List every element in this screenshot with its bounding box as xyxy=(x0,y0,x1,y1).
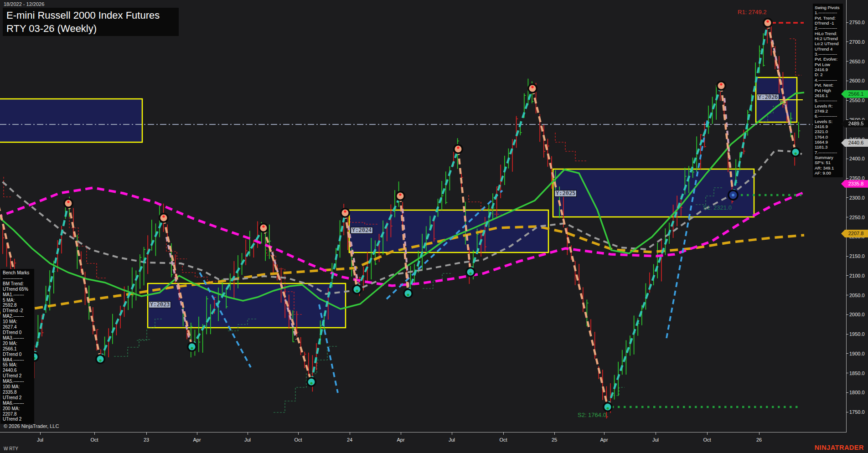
price-tick-label: 2650.0 xyxy=(849,59,865,64)
panel-line: Pvt High xyxy=(815,88,843,93)
price-tick xyxy=(846,314,848,315)
pivot-high-dot xyxy=(262,225,264,227)
time-tick xyxy=(656,432,656,435)
instrument-tag: W RTY xyxy=(4,446,18,451)
time-tick xyxy=(40,432,41,435)
bench-marks-lines: -------------BM Trend:UTrend 65%MA1.----… xyxy=(3,276,34,422)
price-tick-label: 1750.0 xyxy=(849,409,865,415)
bench-marks-panel: Bench Marks -------------BM Trend:UTrend… xyxy=(0,269,34,424)
red-trail-step xyxy=(4,177,12,197)
panel-line: 20 MA: xyxy=(3,341,34,346)
price-tick xyxy=(846,81,848,81)
bench-marks-title: Bench Marks xyxy=(3,270,34,276)
panel-line: AR: 349.1 xyxy=(815,165,843,170)
price-tick-label: 2550.0 xyxy=(849,98,865,103)
panel-line: 3.------------- xyxy=(815,51,843,57)
price-tick-label: 2150.0 xyxy=(849,253,865,259)
panel-line: SP's: 51 xyxy=(815,160,843,165)
chart-title-line1: E-mini Russell 2000 Index Futures xyxy=(6,9,175,22)
price-tick-label: 1850.0 xyxy=(849,371,865,376)
price-tick-label: 2000.0 xyxy=(849,312,865,317)
price-tick-label: 1800.0 xyxy=(849,390,865,395)
time-tick-label: Jul xyxy=(37,437,43,443)
year-box-label-2023[interactable]: Y:2023 xyxy=(149,301,171,308)
chart-window: 18/2022 - 12/2026 E-mini Russell 2000 In… xyxy=(0,0,868,453)
price-tick xyxy=(846,119,848,120)
panel-line: 4.------------- xyxy=(815,77,843,82)
panel-line: 1.------------- xyxy=(815,10,843,15)
panel-line: Hi:2 UTrend xyxy=(815,36,843,41)
pivot-low-dot xyxy=(794,152,796,154)
time-tick xyxy=(94,432,95,435)
time-axis-line xyxy=(0,432,847,432)
fib-f0-label: F0 xyxy=(780,101,785,106)
price-tick-label: 2400.0 xyxy=(849,156,865,161)
pivot-low-dot xyxy=(469,272,471,274)
panel-line: 200 MA: xyxy=(3,406,34,412)
panel-line: 2566.1 xyxy=(3,346,34,352)
price-tick xyxy=(846,353,848,354)
panel-line: HiLo Trend: xyxy=(815,31,843,36)
pivot-high-dot xyxy=(344,210,346,212)
price-tick xyxy=(846,412,848,412)
panel-line: 10 MA: xyxy=(3,319,34,324)
panel-line: Pvt. Trend: xyxy=(815,15,843,21)
panel-line: 2321.0 xyxy=(815,129,843,134)
pivot-high-dot xyxy=(67,201,69,203)
price-tick xyxy=(846,392,848,393)
pivot-low-dot xyxy=(310,382,312,384)
price-tick xyxy=(846,100,848,101)
time-tick xyxy=(452,432,452,435)
price-tick xyxy=(846,159,848,159)
panel-line: UTrend 2 xyxy=(3,373,34,379)
time-tick xyxy=(554,432,555,435)
time-tick-label: Apr xyxy=(600,437,608,443)
support-s1-label: S1: 2321.0 xyxy=(703,204,732,211)
panel-line: ------------- xyxy=(3,276,34,281)
date-range-label: 18/2022 - 12/2026 xyxy=(4,1,44,7)
panel-line: AF: 9.00 xyxy=(815,170,843,175)
price-badge: 2335.8 xyxy=(841,180,868,188)
green-trail-step xyxy=(274,346,337,412)
pivot-low-dot xyxy=(99,359,101,361)
pivot-high-dot xyxy=(766,20,769,22)
time-tick xyxy=(707,432,708,435)
year-box-label-2026[interactable]: Y:2026 xyxy=(757,94,779,101)
swing-pivots-panel: Swing Pivots 1.-------------Pvt. Trend:D… xyxy=(813,4,843,177)
panel-line: Pvt. Next: xyxy=(815,82,843,88)
panel-line: Pvt. Evolve: xyxy=(815,57,843,62)
time-tick-label: Oct xyxy=(703,437,711,443)
year-box-label-2025[interactable]: Y:2025 xyxy=(554,190,577,197)
pivot-low-dot xyxy=(407,293,409,296)
panel-line: UTrend 65% xyxy=(3,287,34,292)
time-tick xyxy=(298,432,299,435)
panel-line: UTrend 2 xyxy=(3,417,34,422)
panel-line: DTrend -2 xyxy=(3,308,34,314)
pivot-high-dot xyxy=(399,193,401,196)
price-tick xyxy=(846,275,848,276)
pivot-high-dot xyxy=(457,146,459,149)
price-badge: 2207.8 xyxy=(841,230,868,237)
hilo-trend-line xyxy=(666,119,708,338)
panel-line: MA2.------- xyxy=(3,314,34,319)
price-tick xyxy=(846,334,848,335)
panel-line: UTrend 4 xyxy=(815,46,843,51)
red-trail-step xyxy=(555,133,587,161)
price-tick-label: 2300.0 xyxy=(849,195,865,201)
pivot-high-dot xyxy=(162,215,165,217)
pivot-evolve-dot xyxy=(732,194,734,196)
price-chart-canvas[interactable] xyxy=(0,0,868,453)
price-tick-label: 1950.0 xyxy=(849,331,865,337)
panel-line: MA1.------- xyxy=(3,292,34,298)
year-box-label-2024[interactable]: Y:2024 xyxy=(351,227,373,234)
price-tick xyxy=(846,22,848,23)
time-tick xyxy=(197,432,197,435)
time-tick-label: Oct xyxy=(90,437,98,443)
price-tick-label: 2100.0 xyxy=(849,273,865,278)
panel-line: BM Trend: xyxy=(3,281,34,287)
price-tick xyxy=(846,178,848,179)
panel-line: DTrend 0 xyxy=(3,352,34,357)
price-tick xyxy=(846,256,848,257)
pivot-low-dot xyxy=(606,407,609,409)
price-tick xyxy=(846,41,848,42)
